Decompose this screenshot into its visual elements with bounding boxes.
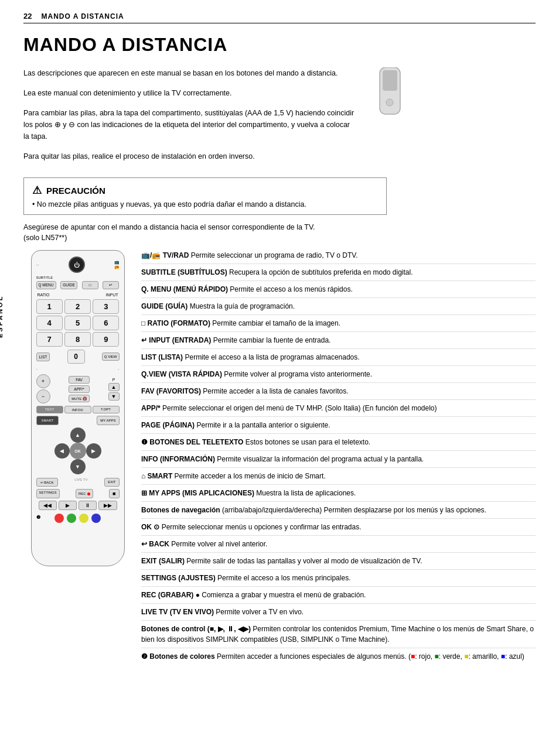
blue-button[interactable] [91,514,101,523]
exit-button[interactable]: EXIT [104,478,119,487]
rec-dot [87,492,90,495]
back-button[interactable]: ↩ BACK [36,478,58,487]
app-button[interactable]: APP/* [69,385,90,393]
remote-body: ·· ⏻ 📺📻 SUBTITLE Q MENU GUIDE □ ↵ RATIO … [31,250,125,566]
vol-up-button[interactable]: + [36,374,50,388]
topt-button[interactable]: T.OPT [93,406,120,413]
list-button[interactable]: LIST [36,353,50,361]
fav-button[interactable]: FAV [69,376,90,384]
rec-button[interactable]: REC [76,489,93,498]
desc-fav-label: FAV (FAVORITOS) [141,387,201,395]
model-note: (solo LN57**) [23,234,536,242]
desc-list-label: LIST (LISTA) [141,353,183,361]
num-1[interactable]: 1 [36,299,63,314]
numpad: 1 2 3 4 5 6 7 8 9 [36,299,120,347]
num-2[interactable]: 2 [64,299,91,314]
page-header-title: MANDO A DISTANCIA [41,12,124,20]
desc-teletext-text: Estos botones se usan para el teletexto. [246,438,370,446]
desc-info-text: Permite visualizar la información del pr… [217,455,424,463]
desc-ok-text: Permite seleccionar menús u opciones y c… [162,523,362,531]
vol-down-button[interactable]: − [36,389,50,403]
svg-rect-1 [383,70,397,91]
desc-subtitle-label: SUBTITLE (SUBTÍTULOS) [141,268,227,276]
page-down-button[interactable]: ▼ [108,392,120,401]
page-up-button[interactable]: ▲ [108,383,120,391]
input-label: INPUT [106,293,118,297]
ratio-button[interactable]: □ [82,281,98,289]
green-button[interactable] [67,514,76,523]
stop-button[interactable]: ■ [109,489,119,498]
desc-teletext-label: ❶ BOTONES DEL TELETEXTO [141,438,243,446]
desc-exit-label: EXIT (SALIR) [141,557,185,565]
pause-button[interactable]: ⏸ [79,501,97,510]
rewind-button[interactable]: ◀◀ [39,501,57,510]
desc-qview: Q.VIEW (VISTA RÁPIDA) Permite volver al … [141,369,536,383]
qmenu-button[interactable]: Q MENU [36,281,56,289]
desc-subtitle-text: Recupera la opción de subtítulos preferi… [229,268,413,276]
desc-myapps-text: Muestra la lista de aplicaciones. [256,489,356,497]
desc-page: PAGE (PÁGINA) Permite ir a la pantalla a… [141,420,536,434]
num-7[interactable]: 7 [36,332,63,347]
nav-up-button[interactable]: ▲ [70,427,86,443]
desc-colors-text: Permiten acceder a funciones especiales … [217,652,524,661]
num-4[interactable]: 4 [36,316,63,330]
num-9[interactable]: 9 [93,332,119,347]
num-0[interactable]: 0 [67,350,85,364]
play-button[interactable]: ▶ [59,501,77,510]
page-label: P [113,378,115,382]
side-language-label: ESPAÑOL [0,293,5,340]
desc-guide-text: Muestra la guía de programación. [190,302,295,310]
intro-para3: Para cambiar las pilas, abra la tapa del… [23,107,357,142]
ok-button[interactable]: OK [70,443,86,459]
num-3[interactable]: 3 [93,299,119,314]
desc-back-label: ↩ BACK [141,540,169,548]
guide-button[interactable]: GUIDE [60,281,77,289]
desc-nav-text: (arriba/abajo/izquierda/derecha) Permite… [222,506,486,514]
power-button[interactable]: ⏻ [69,256,85,273]
red-button[interactable] [54,514,64,523]
smart-button[interactable]: SMART [36,416,59,425]
num-5[interactable]: 5 [64,316,91,330]
intro-section: Las descripciones que aparecen en este m… [23,67,536,170]
desc-ok: OK ⊙ Permite seleccionar menús u opcione… [141,522,536,536]
yellow-button[interactable] [79,514,88,523]
remote-top-image [369,67,410,170]
text-info-row: TEXT INFO⊙ T.OPT [36,406,120,413]
mute-button[interactable]: MUTE 🔇 [69,395,90,402]
myapps-button[interactable]: MY APPS [97,416,119,425]
num-6[interactable]: 6 [93,316,119,330]
forward-button[interactable]: ▶▶ [98,501,117,510]
page-number: 22 [23,12,32,20]
desc-control: Botones de control (■, ▶, ⏸, ◀▶) Permite… [141,624,536,648]
desc-app-label: APP/* [141,404,161,412]
intro-para4: Para quitar las pilas, realice el proces… [23,150,357,162]
input-button[interactable]: ↵ [103,281,119,289]
menu-row: Q MENU GUIDE □ ↵ [36,281,120,289]
dots-right: · [118,366,120,372]
desc-tv-rad-text: Permite seleccionar un programa de radio… [191,251,358,259]
info-button[interactable]: INFO⊙ [64,406,91,413]
desc-qmenu-text: Permite el acceso a los menús rápidos. [230,285,352,293]
desc-smart-text: Permite acceder a los menús de inicio de… [175,472,326,480]
desc-settings: SETTINGS (AJUSTES) Permite el acceso a l… [141,573,536,587]
desc-subtitle: SUBTITLE (SUBTÍTULOS) Recupera la opción… [141,267,536,281]
settings-button[interactable]: SETTINGS [36,489,60,498]
desc-smart-label: ⌂ SMART [141,472,172,480]
text-button[interactable]: TEXT [36,406,63,413]
desc-tv-rad-label: 📺/📻 TV/RAD [141,251,189,259]
intro-para2: Lea este manual con detenimiento y utili… [23,87,357,99]
qview-button[interactable]: Q VIEW [102,353,120,361]
list-zero-qview-row: LIST 0 Q VIEW [36,350,120,364]
desc-exit-text: Permite salir de todas las pantallas y v… [186,557,422,565]
precaution-box: ⚠ PRECAUCIÓN • No mezcle pilas antiguas … [23,177,387,215]
num-8[interactable]: 8 [64,332,91,347]
nav-left-button[interactable]: ◀ [54,443,70,459]
desc-back: ↩ BACK Permite volver al nivel anterior. [141,539,536,553]
nav-right-button[interactable]: ▶ [86,443,101,459]
desc-guide-label: GUIDE (GUÍA) [141,302,188,310]
back-exit-row: ↩ BACK LIVE TV EXIT [36,478,120,487]
desc-settings-text: Permite el acceso a los menús principale… [217,574,350,582]
nav-down-button[interactable]: ▼ [70,459,86,474]
color-buttons-row [36,514,120,523]
dots-decor-left: ·· [36,262,40,268]
